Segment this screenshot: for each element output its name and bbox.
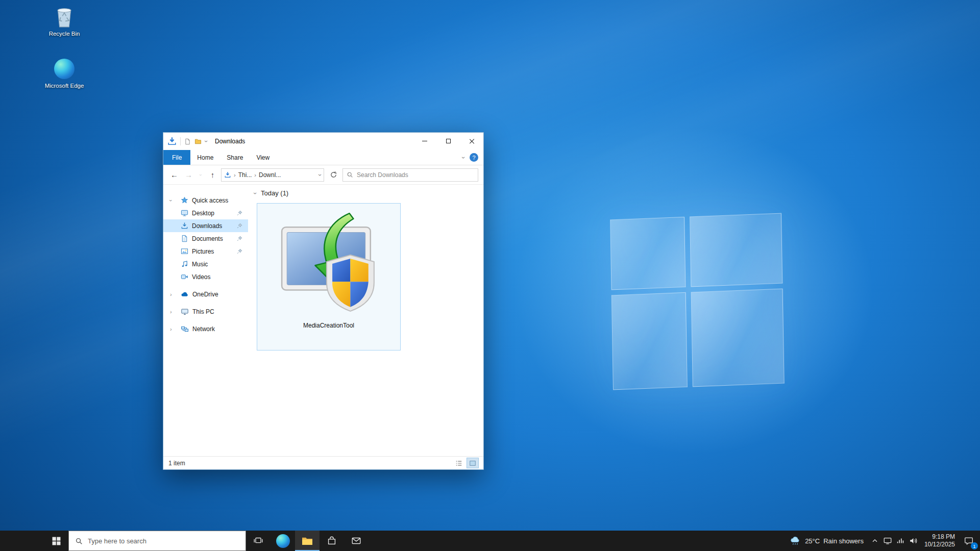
search-input[interactable] [357, 171, 474, 179]
sidebar-item-downloads[interactable]: Downloads [163, 219, 248, 232]
ribbon-expand-chevron[interactable]: › [460, 157, 467, 159]
minimize-button[interactable] [413, 133, 436, 149]
help-button[interactable]: ? [470, 153, 478, 162]
navigation-bar: ← → › ↑ › Thi... › Downl... › [163, 165, 483, 185]
file-item-label: MediaCreationTool [303, 322, 354, 329]
taskbar-file-explorer-button[interactable] [295, 531, 320, 551]
sidebar-item-music[interactable]: Music [163, 258, 248, 270]
menu-share[interactable]: Share [220, 150, 250, 165]
sidebar-item-desktop[interactable]: Desktop [163, 207, 248, 219]
forward-button[interactable]: → [183, 168, 194, 182]
recent-locations-chevron[interactable]: › [194, 171, 207, 179]
address-bar[interactable]: › Thi... › Downl... › [221, 168, 324, 182]
taskbar-search-box[interactable] [68, 531, 246, 551]
clock-date: 10/12/2025 [924, 541, 955, 548]
sidebar-item-videos[interactable]: Videos [163, 270, 248, 283]
system-tray: 25°C Rain showers [784, 531, 980, 551]
weather-condition: Rain showers [823, 537, 864, 545]
menu-view[interactable]: View [250, 150, 276, 165]
chevron-down-icon[interactable]: › [168, 199, 174, 202]
notification-badge: 1 [971, 542, 978, 549]
pictures-icon [181, 247, 188, 255]
show-hidden-icons-button[interactable] [869, 531, 881, 551]
address-dropdown-chevron[interactable]: › [316, 174, 324, 176]
search-icon [75, 537, 83, 545]
windows-logo-pane [611, 292, 688, 390]
mail-envelope-icon [351, 535, 362, 546]
menu-file[interactable]: File [163, 150, 190, 165]
refresh-button[interactable] [327, 168, 340, 182]
rain-cloud-icon [789, 535, 801, 547]
sidebar-item-documents[interactable]: Documents [163, 232, 248, 245]
chevron-right-icon[interactable]: › [170, 309, 172, 315]
large-icons-view-button[interactable] [467, 458, 478, 468]
recycle-bin-desktop-icon[interactable]: Recycle Bin [40, 5, 89, 37]
videos-icon [181, 273, 188, 281]
file-explorer-window: › Downloads File Home Share View › ? ← →… [163, 132, 484, 470]
downloads-window-icon [167, 137, 177, 146]
pin-icon [237, 223, 242, 229]
pin-icon [237, 210, 242, 216]
title-bar[interactable]: › Downloads [163, 133, 483, 150]
item-count: 1 item [168, 460, 185, 467]
chevron-right-icon[interactable]: › [170, 326, 172, 332]
up-button[interactable]: ↑ [207, 168, 218, 182]
sidebar-item-this-pc[interactable]: › This PC [163, 305, 248, 318]
breadcrumb-downloads[interactable]: Downl... [259, 171, 281, 179]
qat-properties-icon[interactable] [184, 138, 191, 145]
onedrive-cloud-icon [181, 290, 189, 298]
clock-time: 9:18 PM [924, 533, 955, 541]
start-button[interactable] [44, 531, 68, 551]
sidebar-item-quick-access[interactable]: › Quick access [163, 194, 248, 207]
sidebar-item-pictures[interactable]: Pictures [163, 245, 248, 258]
maximize-button[interactable] [436, 133, 460, 149]
microsoft-edge-desktop-icon[interactable]: Microsoft Edge [40, 57, 89, 89]
menu-home[interactable]: Home [190, 150, 220, 165]
chevron-right-icon[interactable]: › [170, 291, 172, 297]
task-view-button[interactable] [246, 531, 271, 551]
downloads-icon [181, 222, 188, 230]
qat-new-folder-icon[interactable] [194, 138, 202, 144]
taskbar: 25°C Rain showers [0, 531, 980, 551]
sidebar-item-label: OneDrive [192, 291, 218, 298]
file-item-mediacreationtool[interactable]: MediaCreationTool [257, 203, 401, 350]
taskbar-edge-button[interactable] [271, 531, 295, 551]
search-box[interactable] [342, 168, 478, 182]
media-creation-tool-icon [275, 210, 383, 318]
windows-logo-pane [610, 217, 685, 290]
sidebar-item-label: Videos [192, 273, 210, 281]
window-title: Downloads [215, 138, 245, 145]
taskbar-clock[interactable]: 9:18 PM 10/12/2025 [920, 533, 960, 548]
store-bag-icon [326, 535, 337, 546]
tray-display-button[interactable] [881, 531, 894, 551]
sidebar-item-label: Network [192, 325, 215, 333]
taskbar-search-input[interactable] [88, 537, 239, 545]
breadcrumb-this-pc[interactable]: Thi... [238, 171, 252, 179]
qat-customize-chevron[interactable]: › [203, 140, 210, 142]
group-collapse-chevron[interactable]: › [252, 192, 259, 194]
action-center-button[interactable]: 1 [960, 531, 978, 551]
network-icon [181, 325, 189, 333]
sidebar-item-label: Documents [192, 235, 223, 242]
tray-network-button[interactable] [894, 531, 907, 551]
file-list-pane[interactable]: › Today (1) [248, 185, 483, 456]
file-explorer-folder-icon [301, 535, 313, 546]
desktop: Recycle Bin Microsoft Edge › Downloads [0, 0, 980, 551]
taskbar-mail-button[interactable] [344, 531, 369, 551]
close-button[interactable] [460, 133, 483, 149]
desktop-icon-label: Recycle Bin [40, 31, 89, 37]
sidebar-item-label: Downloads [192, 222, 222, 230]
details-view-button[interactable] [453, 458, 464, 468]
sidebar-item-network[interactable]: › Network [163, 322, 248, 335]
ribbon-menu-bar: File Home Share View › ? [163, 150, 483, 165]
windows-start-icon [52, 537, 61, 545]
group-header-today[interactable]: › Today (1) [254, 189, 288, 197]
sidebar-item-onedrive[interactable]: › OneDrive [163, 288, 248, 300]
recycle-bin-icon [40, 5, 89, 29]
tray-volume-button[interactable] [907, 531, 920, 551]
taskbar-weather-widget[interactable]: 25°C Rain showers [784, 535, 869, 547]
back-button[interactable]: ← [168, 168, 180, 182]
taskbar-store-button[interactable] [320, 531, 344, 551]
sidebar-item-label: Music [192, 261, 208, 268]
sidebar-item-label: Pictures [192, 248, 214, 255]
